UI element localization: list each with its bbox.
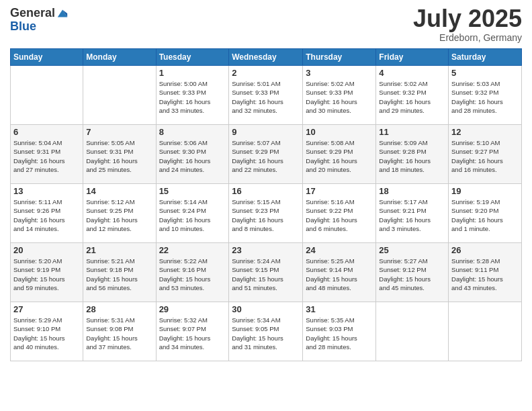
day-info: Sunrise: 5:08 AM Sunset: 9:29 PM Dayligh…: [306, 138, 373, 174]
day-cell: [11, 66, 83, 125]
col-tuesday: Tuesday: [156, 49, 229, 66]
day-info: Sunrise: 5:12 AM Sunset: 9:25 PM Dayligh…: [86, 197, 152, 233]
day-info: Sunrise: 5:21 AM Sunset: 9:18 PM Dayligh…: [86, 257, 152, 292]
day-cell: 7Sunrise: 5:05 AM Sunset: 9:31 PM Daylig…: [83, 125, 156, 184]
day-cell: 3Sunrise: 5:02 AM Sunset: 9:33 PM Daylig…: [303, 66, 376, 125]
day-number: 16: [232, 186, 300, 196]
day-number: 14: [86, 186, 152, 196]
day-cell: 26Sunrise: 5:28 AM Sunset: 9:11 PM Dayli…: [449, 243, 522, 302]
day-info: Sunrise: 5:03 AM Sunset: 9:32 PM Dayligh…: [451, 79, 519, 115]
logo-icon: [56, 7, 69, 19]
week-row-1: 6Sunrise: 5:04 AM Sunset: 9:31 PM Daylig…: [11, 125, 522, 184]
day-info: Sunrise: 5:34 AM Sunset: 9:05 PM Dayligh…: [232, 316, 300, 351]
day-cell: 5Sunrise: 5:03 AM Sunset: 9:32 PM Daylig…: [449, 66, 522, 125]
day-cell: 14Sunrise: 5:12 AM Sunset: 9:25 PM Dayli…: [83, 184, 156, 243]
day-number: 17: [306, 186, 373, 196]
day-cell: 23Sunrise: 5:24 AM Sunset: 9:15 PM Dayli…: [229, 243, 303, 302]
day-number: 21: [86, 245, 152, 255]
day-cell: 15Sunrise: 5:14 AM Sunset: 9:24 PM Dayli…: [156, 184, 229, 243]
day-info: Sunrise: 5:09 AM Sunset: 9:28 PM Dayligh…: [379, 138, 445, 174]
day-cell: 4Sunrise: 5:02 AM Sunset: 9:32 PM Daylig…: [376, 66, 449, 125]
day-cell: 16Sunrise: 5:15 AM Sunset: 9:23 PM Dayli…: [229, 184, 303, 243]
day-cell: 30Sunrise: 5:34 AM Sunset: 9:05 PM Dayli…: [229, 302, 303, 361]
day-info: Sunrise: 5:06 AM Sunset: 9:30 PM Dayligh…: [159, 138, 226, 174]
day-info: Sunrise: 5:02 AM Sunset: 9:32 PM Dayligh…: [379, 79, 445, 115]
day-cell: 31Sunrise: 5:35 AM Sunset: 9:03 PM Dayli…: [303, 302, 376, 361]
day-cell: 27Sunrise: 5:29 AM Sunset: 9:10 PM Dayli…: [11, 302, 83, 361]
day-cell: [376, 302, 449, 361]
day-cell: 9Sunrise: 5:07 AM Sunset: 9:29 PM Daylig…: [229, 125, 303, 184]
calendar-table: Sunday Monday Tuesday Wednesday Thursday…: [10, 48, 522, 361]
day-cell: 18Sunrise: 5:17 AM Sunset: 9:21 PM Dayli…: [376, 184, 449, 243]
day-info: Sunrise: 5:01 AM Sunset: 9:33 PM Dayligh…: [232, 79, 300, 115]
day-number: 19: [451, 186, 519, 196]
day-cell: 6Sunrise: 5:04 AM Sunset: 9:31 PM Daylig…: [11, 125, 83, 184]
day-info: Sunrise: 5:05 AM Sunset: 9:31 PM Dayligh…: [86, 138, 152, 174]
week-row-2: 13Sunrise: 5:11 AM Sunset: 9:26 PM Dayli…: [11, 184, 522, 243]
day-info: Sunrise: 5:17 AM Sunset: 9:21 PM Dayligh…: [379, 197, 445, 233]
day-number: 27: [13, 304, 80, 314]
week-row-4: 27Sunrise: 5:29 AM Sunset: 9:10 PM Dayli…: [11, 302, 522, 361]
day-number: 2: [232, 68, 300, 78]
day-info: Sunrise: 5:10 AM Sunset: 9:27 PM Dayligh…: [451, 138, 519, 174]
day-info: Sunrise: 5:27 AM Sunset: 9:12 PM Dayligh…: [379, 257, 445, 292]
day-number: 7: [86, 127, 152, 137]
day-info: Sunrise: 5:20 AM Sunset: 9:19 PM Dayligh…: [13, 257, 80, 292]
day-number: 24: [306, 245, 373, 255]
day-cell: 20Sunrise: 5:20 AM Sunset: 9:19 PM Dayli…: [11, 243, 83, 302]
col-monday: Monday: [83, 49, 156, 66]
day-number: 3: [306, 68, 373, 78]
day-number: 29: [159, 304, 226, 314]
day-cell: 11Sunrise: 5:09 AM Sunset: 9:28 PM Dayli…: [376, 125, 449, 184]
logo-general: General: [10, 7, 55, 20]
day-info: Sunrise: 5:22 AM Sunset: 9:16 PM Dayligh…: [159, 257, 226, 292]
day-info: Sunrise: 5:29 AM Sunset: 9:10 PM Dayligh…: [13, 316, 80, 351]
day-info: Sunrise: 5:00 AM Sunset: 9:33 PM Dayligh…: [159, 79, 226, 115]
day-info: Sunrise: 5:25 AM Sunset: 9:14 PM Dayligh…: [306, 257, 373, 292]
day-cell: 1Sunrise: 5:00 AM Sunset: 9:33 PM Daylig…: [156, 66, 229, 125]
day-number: 11: [379, 127, 445, 137]
day-number: 22: [159, 245, 226, 255]
day-number: 12: [451, 127, 519, 137]
day-number: 30: [232, 304, 300, 314]
day-number: 9: [232, 127, 300, 137]
day-info: Sunrise: 5:35 AM Sunset: 9:03 PM Dayligh…: [306, 316, 373, 351]
day-number: 18: [379, 186, 445, 196]
day-number: 5: [451, 68, 519, 78]
day-number: 6: [13, 127, 80, 137]
day-info: Sunrise: 5:11 AM Sunset: 9:26 PM Dayligh…: [13, 197, 80, 233]
day-number: 25: [379, 245, 445, 255]
day-info: Sunrise: 5:24 AM Sunset: 9:15 PM Dayligh…: [232, 257, 300, 292]
day-number: 28: [86, 304, 152, 314]
col-thursday: Thursday: [303, 49, 376, 66]
day-cell: 8Sunrise: 5:06 AM Sunset: 9:30 PM Daylig…: [156, 125, 229, 184]
day-info: Sunrise: 5:19 AM Sunset: 9:20 PM Dayligh…: [451, 197, 519, 233]
day-cell: 13Sunrise: 5:11 AM Sunset: 9:26 PM Dayli…: [11, 184, 83, 243]
day-number: 20: [13, 245, 80, 255]
day-info: Sunrise: 5:16 AM Sunset: 9:22 PM Dayligh…: [306, 197, 373, 233]
day-cell: 25Sunrise: 5:27 AM Sunset: 9:12 PM Dayli…: [376, 243, 449, 302]
day-cell: 21Sunrise: 5:21 AM Sunset: 9:18 PM Dayli…: [83, 243, 156, 302]
day-number: 1: [159, 68, 226, 78]
day-info: Sunrise: 5:04 AM Sunset: 9:31 PM Dayligh…: [13, 138, 80, 174]
day-info: Sunrise: 5:14 AM Sunset: 9:24 PM Dayligh…: [159, 197, 226, 233]
day-cell: 19Sunrise: 5:19 AM Sunset: 9:20 PM Dayli…: [449, 184, 522, 243]
day-cell: 10Sunrise: 5:08 AM Sunset: 9:29 PM Dayli…: [303, 125, 376, 184]
day-cell: 2Sunrise: 5:01 AM Sunset: 9:33 PM Daylig…: [229, 66, 303, 125]
day-number: 13: [13, 186, 80, 196]
day-cell: 24Sunrise: 5:25 AM Sunset: 9:14 PM Dayli…: [303, 243, 376, 302]
day-info: Sunrise: 5:31 AM Sunset: 9:08 PM Dayligh…: [86, 316, 152, 351]
day-number: 4: [379, 68, 445, 78]
day-number: 31: [306, 304, 373, 314]
day-info: Sunrise: 5:07 AM Sunset: 9:29 PM Dayligh…: [232, 138, 300, 174]
day-info: Sunrise: 5:02 AM Sunset: 9:33 PM Dayligh…: [306, 79, 373, 115]
day-cell: 12Sunrise: 5:10 AM Sunset: 9:27 PM Dayli…: [449, 125, 522, 184]
day-cell: [83, 66, 156, 125]
day-number: 8: [159, 127, 226, 137]
week-row-3: 20Sunrise: 5:20 AM Sunset: 9:19 PM Dayli…: [11, 243, 522, 302]
day-info: Sunrise: 5:28 AM Sunset: 9:11 PM Dayligh…: [451, 257, 519, 292]
logo-blue: Blue: [10, 20, 69, 34]
day-cell: 29Sunrise: 5:32 AM Sunset: 9:07 PM Dayli…: [156, 302, 229, 361]
day-number: 10: [306, 127, 373, 137]
title-block: July 2025 Erdeborn, Germany: [413, 7, 522, 43]
